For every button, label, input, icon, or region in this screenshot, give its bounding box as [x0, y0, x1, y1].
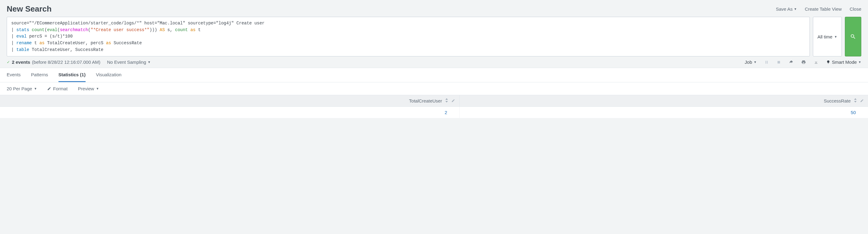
time-range-label: All time	[817, 34, 832, 40]
tab-visualization[interactable]: Visualization	[96, 68, 122, 82]
chevron-down-icon: ▼	[148, 60, 151, 64]
tok: AS	[160, 27, 165, 32]
chevron-down-icon: ▼	[794, 7, 797, 11]
pause-icon	[765, 60, 769, 64]
status-bar: ✓ 2 events (before 8/28/22 12:16:07.000 …	[0, 56, 868, 68]
chevron-down-icon: ▼	[96, 87, 99, 90]
tok: s,	[165, 27, 175, 32]
edit-column-button[interactable]	[860, 98, 864, 103]
header-actions: Save As ▼ Create Table View Close	[776, 6, 862, 11]
sampling-label: No Event Sampling	[107, 59, 146, 65]
print-button[interactable]	[801, 60, 806, 64]
tok: TotalCreateUser, percS	[44, 41, 106, 46]
print-icon	[801, 60, 806, 64]
column-label: SuccessRate	[824, 98, 850, 103]
column-header-totalcreateuser[interactable]: TotalCreateUser	[0, 95, 460, 107]
lightbulb-icon	[826, 60, 830, 64]
tok: searchmatch	[60, 27, 88, 32]
cell-totalcreateuser[interactable]: 2	[0, 107, 460, 119]
pause-button	[765, 60, 769, 64]
tok: stats	[17, 27, 29, 32]
column-label: TotalCreateUser	[409, 98, 442, 103]
tok: count	[175, 27, 188, 32]
search-row: source="*/ECommerceApplication/starter_c…	[0, 17, 868, 56]
tok: t	[195, 27, 201, 32]
smart-mode-label: Smart Mode	[832, 59, 857, 65]
share-button[interactable]	[789, 60, 794, 64]
create-table-view-button[interactable]: Create Table View	[805, 6, 841, 11]
close-label: Close	[850, 6, 861, 11]
tok: as	[39, 41, 44, 46]
events-suffix: (before 8/28/22 12:16:07.000 AM)	[32, 59, 100, 65]
download-icon	[814, 60, 818, 64]
stop-icon	[777, 60, 781, 64]
tok: as	[190, 27, 195, 32]
page-title: New Search	[7, 4, 52, 14]
cell-successrate[interactable]: 50	[460, 107, 868, 119]
format-button[interactable]: Format	[47, 86, 68, 91]
search-input[interactable]: source="*/ECommerceApplication/starter_c…	[7, 17, 810, 56]
event-sampling-dropdown[interactable]: No Event Sampling ▼	[107, 59, 151, 65]
events-count-bold: 2 events	[12, 59, 30, 65]
results-table: TotalCreateUser SuccessRate	[0, 95, 868, 119]
statistics-toolbar: 20 Per Page ▼ Format Preview ▼	[0, 82, 868, 95]
result-tabs: Events Patterns Statistics (1) Visualiza…	[0, 68, 868, 82]
job-dropdown[interactable]: Job ▼	[745, 59, 756, 65]
smart-mode-dropdown[interactable]: Smart Mode ▼	[826, 59, 861, 65]
events-count: ✓ 2 events (before 8/28/22 12:16:07.000 …	[7, 59, 100, 65]
tab-events[interactable]: Events	[7, 68, 21, 82]
search-icon	[850, 33, 856, 40]
preview-dropdown[interactable]: Preview ▼	[78, 86, 99, 91]
tok: as	[106, 41, 111, 46]
time-range-picker[interactable]: All time ▼	[813, 17, 842, 56]
tok: percS = (s/t)*100	[27, 34, 72, 39]
tok: eval	[17, 34, 27, 39]
save-as-button[interactable]: Save As ▼	[776, 6, 797, 11]
table-row[interactable]: 2 50	[0, 107, 868, 119]
job-label: Job	[745, 59, 752, 65]
job-controls: Job ▼ Smart Mode ▼	[745, 59, 861, 65]
tok: t	[32, 41, 39, 46]
format-label: Format	[53, 86, 68, 91]
stop-button	[777, 60, 781, 64]
query-line1: source="*/ECommerceApplication/starter_c…	[11, 21, 265, 26]
chevron-down-icon: ▼	[858, 60, 861, 64]
check-icon: ✓	[7, 60, 10, 64]
create-table-view-label: Create Table View	[805, 6, 841, 11]
search-button[interactable]	[845, 17, 861, 56]
chevron-down-icon: ▼	[34, 87, 37, 90]
column-header-successrate[interactable]: SuccessRate	[460, 95, 868, 107]
tab-patterns[interactable]: Patterns	[31, 68, 48, 82]
tok: count	[32, 27, 44, 32]
tok: table	[17, 47, 29, 52]
sort-icon[interactable]	[854, 98, 857, 103]
pencil-icon	[47, 87, 51, 90]
per-page-label: 20 Per Page	[7, 86, 32, 91]
tok: eval	[47, 27, 58, 32]
tok: SuccessRate	[111, 41, 142, 46]
edit-column-button[interactable]	[452, 98, 455, 103]
per-page-dropdown[interactable]: 20 Per Page ▼	[7, 86, 37, 91]
tok: TotalCreateUser, SuccessRate	[29, 47, 103, 52]
share-icon	[789, 60, 794, 64]
chevron-down-icon: ▼	[753, 60, 756, 64]
tab-statistics[interactable]: Statistics (1)	[59, 68, 86, 82]
export-button[interactable]	[814, 60, 818, 64]
tok: rename	[17, 41, 32, 46]
save-as-label: Save As	[776, 6, 793, 11]
tok: "*Create user success*"	[91, 27, 150, 32]
sort-icon[interactable]	[445, 98, 448, 103]
chevron-down-icon: ▼	[834, 35, 837, 38]
preview-label: Preview	[78, 86, 94, 91]
page-header: New Search Save As ▼ Create Table View C…	[0, 0, 868, 17]
close-button[interactable]: Close	[850, 6, 861, 11]
